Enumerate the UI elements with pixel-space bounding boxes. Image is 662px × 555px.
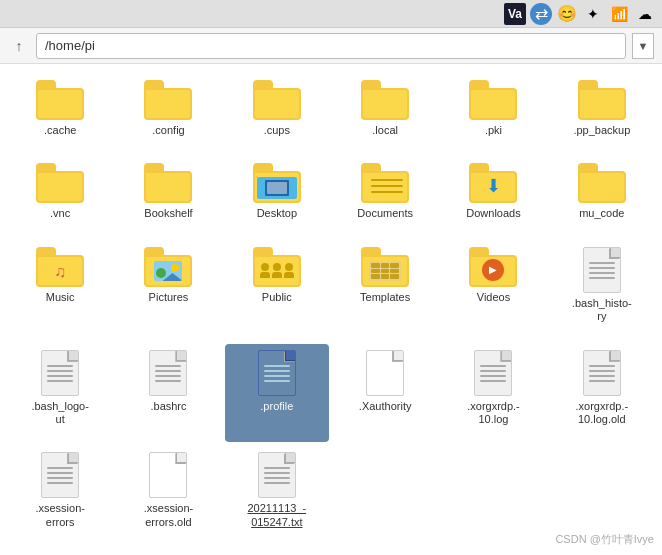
file-profile[interactable]: .profile bbox=[225, 344, 329, 443]
file-xsession-errors-old[interactable]: .xsession-errors.old bbox=[116, 446, 220, 545]
folder-cups[interactable]: .cups bbox=[225, 74, 329, 153]
file-datetime-txt[interactable]: 20211113_-015247.txt bbox=[225, 446, 329, 545]
folder-documents[interactable]: Documents bbox=[333, 157, 437, 236]
folder-music[interactable]: ♫ Music bbox=[8, 241, 112, 340]
file-bash-logout[interactable]: .bash_logo-ut bbox=[8, 344, 112, 443]
address-input[interactable] bbox=[36, 33, 626, 59]
folder-mu-code[interactable]: mu_code bbox=[550, 157, 654, 236]
address-bar: ↑ ▼ bbox=[0, 28, 662, 64]
folder-pp-backup[interactable]: .pp_backup bbox=[550, 74, 654, 153]
folder-pictures[interactable]: Pictures bbox=[116, 241, 220, 340]
file-bashrc[interactable]: .bashrc bbox=[116, 344, 220, 443]
file-xsession-errors[interactable]: .xsession-errors bbox=[8, 446, 112, 545]
watermark: CSDN @竹叶青Ivye bbox=[555, 532, 654, 547]
dropdown-button[interactable]: ▼ bbox=[632, 33, 654, 59]
cloud-icon[interactable]: ☁ bbox=[634, 3, 656, 25]
folder-public[interactable]: Public bbox=[225, 241, 329, 340]
file-xauthority[interactable]: .Xauthority bbox=[333, 344, 437, 443]
folder-templates[interactable]: Templates bbox=[333, 241, 437, 340]
folder-vnc[interactable]: .vnc bbox=[8, 157, 112, 236]
folder-videos[interactable]: ▶ Videos bbox=[441, 241, 545, 340]
top-bar-icons: Va ⇄ 😊 ✦ 📶 ☁ bbox=[504, 3, 656, 25]
folder-bookshelf[interactable]: Bookshelf bbox=[116, 157, 220, 236]
file-bash-history[interactable]: .bash_histo-ry bbox=[550, 241, 654, 340]
va-icon[interactable]: Va bbox=[504, 3, 526, 25]
file-xorgxrdp-log[interactable]: .xorgxrdp.-10.log bbox=[441, 344, 545, 443]
folder-desktop[interactable]: Desktop bbox=[225, 157, 329, 236]
file-xorgxrdp-log-old[interactable]: .xorgxrdp.-10.log.old bbox=[550, 344, 654, 443]
top-bar: Va ⇄ 😊 ✦ 📶 ☁ bbox=[0, 0, 662, 28]
exchange-icon[interactable]: ⇄ bbox=[530, 3, 552, 25]
folder-downloads[interactable]: ⬇ Downloads bbox=[441, 157, 545, 236]
bluetooth-icon[interactable]: ✦ bbox=[582, 3, 604, 25]
folder-cache[interactable]: .cache bbox=[8, 74, 112, 153]
file-grid: .cache .config .cups .local .pki .pp_bac… bbox=[0, 64, 662, 555]
nav-up-button[interactable]: ↑ bbox=[8, 35, 30, 57]
emoji-icon[interactable]: 😊 bbox=[556, 3, 578, 25]
folder-pki[interactable]: .pki bbox=[441, 74, 545, 153]
wifi-icon[interactable]: 📶 bbox=[608, 3, 630, 25]
folder-config[interactable]: .config bbox=[116, 74, 220, 153]
folder-local[interactable]: .local bbox=[333, 74, 437, 153]
